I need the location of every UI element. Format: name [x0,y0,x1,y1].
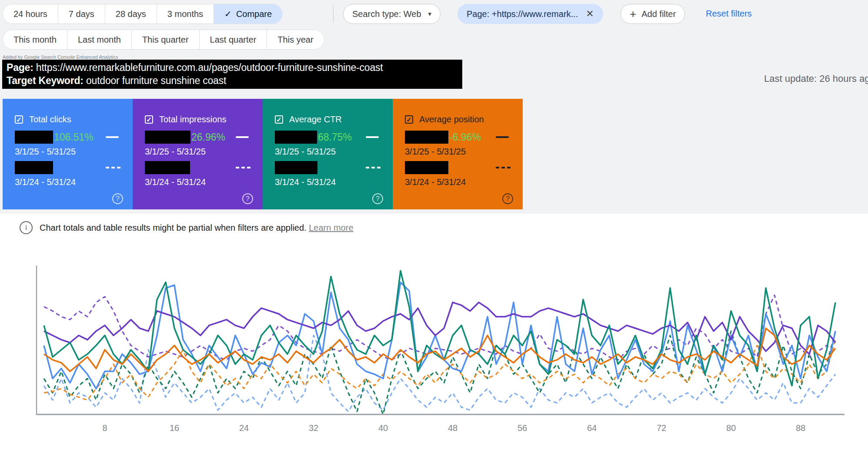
checkbox-checked-icon[interactable]: ✓ [145,115,153,124]
checkmark-icon: ✓ [224,9,232,19]
checkbox-checked-icon[interactable]: ✓ [405,115,413,124]
banner-page-value: https://www.remarkablefurniture.com.au/p… [33,62,383,73]
tab-this-month[interactable]: This month [3,30,67,49]
info-text: Chart totals and table results might be … [40,223,354,233]
svg-text:8: 8 [102,423,107,433]
tab-this-year[interactable]: This year [267,30,324,49]
tab-last-quarter-label: Last quarter [210,35,257,45]
banner-keyword-value: outdoor furniture sunshine coast [83,75,226,86]
card-total-clicks[interactable]: ✓ Total clicks 106.51% 3/1/25 - 5/31/25 … [3,99,133,209]
tab-3-months[interactable]: 3 months [157,4,214,24]
card-title: Total clicks [29,114,71,125]
tab-compare[interactable]: ✓ Compare [214,4,282,24]
redacted-previous-value [145,161,190,174]
banner-page-line: Page: https://www.remarkablefurniture.co… [7,61,458,74]
help-icon[interactable]: ? [112,193,123,204]
current-range: 3/1/25 - 5/31/25 [405,147,466,157]
tab-this-month-label: This month [13,35,57,45]
last-update-text: Last update: 26 hours ago [764,73,868,84]
add-filter-button[interactable]: + Add filter [621,4,685,24]
tab-7-days[interactable]: 7 days [58,4,105,24]
previous-range: 3/1/24 - 5/31/24 [145,177,206,187]
svg-text:48: 48 [448,423,457,433]
card-value-row: 106.51% [15,131,93,144]
plus-icon: + [630,7,636,21]
card-title-row: ✓ Average CTR [275,114,342,125]
previous-period-line-icon [366,167,381,168]
chart-lines [44,271,835,414]
page-keyword-banner: Page: https://www.remarkablefurniture.co… [2,60,462,89]
redacted-previous-value [15,161,53,174]
change-percent: 26.96% [191,131,225,143]
tab-28-days[interactable]: 28 days [105,4,157,24]
svg-text:88: 88 [796,423,805,433]
banner-page-label: Page: [7,62,33,73]
svg-text:80: 80 [726,423,736,433]
help-icon[interactable]: ? [372,193,383,204]
page-filter-chip[interactable]: Page: +https://www.remark... ✕ [457,4,603,24]
performance-chart[interactable]: 816243240485664728088 [0,244,868,451]
card-average-ctr[interactable]: ✓ Average CTR 68.75% 3/1/25 - 5/31/25 3/… [263,99,393,209]
change-percent: 106.51% [54,131,93,143]
checkbox-checked-icon[interactable]: ✓ [15,115,23,124]
change-percent: 68.75% [318,131,352,143]
reset-filters-link[interactable]: Reset filters [706,9,752,19]
series-line [44,282,835,388]
tab-7-days-label: 7 days [69,9,94,19]
tab-last-month[interactable]: Last month [67,30,131,49]
svg-text:40: 40 [378,423,388,433]
redacted-value [275,131,317,144]
card-average-position[interactable]: ✓ Average position -6.96% 3/1/25 - 5/31/… [393,99,523,209]
card-title: Total impressions [159,114,227,125]
current-period-line-icon [106,136,119,138]
card-value-row: -6.96% [405,131,481,144]
close-icon[interactable]: ✕ [586,8,594,20]
card-title-row: ✓ Average position [405,114,484,125]
card-title-row: ✓ Total clicks [15,114,71,125]
current-period-line-icon [236,136,249,138]
info-banner: i Chart totals and table results might b… [20,221,354,234]
redacted-previous-value [405,161,448,174]
tab-last-month-label: Last month [78,35,121,45]
svg-text:32: 32 [309,423,318,433]
x-axis-tick-labels: 816243240485664728088 [102,423,805,433]
help-icon[interactable]: ? [242,193,253,204]
tab-compare-label: Compare [236,9,272,19]
previous-period-line-icon [236,167,250,168]
learn-more-link[interactable]: Learn more [309,223,353,232]
info-text-body: Chart totals and table results might be … [40,223,307,232]
current-period-line-icon [496,136,509,138]
tab-24-hours[interactable]: 24 hours [3,4,58,24]
previous-range: 3/1/24 - 5/31/24 [405,177,466,187]
toolbar-divider [333,5,334,23]
checkbox-checked-icon[interactable]: ✓ [275,115,283,124]
banner-keyword-label: Target Keyword: [7,75,83,86]
previous-period-line-icon [106,167,120,168]
svg-text:64: 64 [587,423,597,433]
card-value-row: 26.96% [145,131,225,144]
current-range: 3/1/25 - 5/31/25 [15,147,76,157]
card-total-impressions[interactable]: ✓ Total impressions 26.96% 3/1/25 - 5/31… [133,99,263,209]
previous-range: 3/1/24 - 5/31/24 [275,177,336,187]
tab-last-quarter[interactable]: Last quarter [199,30,267,49]
tab-24-hours-label: 24 hours [13,9,47,19]
current-period-line-icon [366,136,379,138]
redacted-value [145,131,190,144]
card-value-row: 68.75% [275,131,352,144]
svg-text:24: 24 [239,423,249,433]
quick-range-tabs: This month Last month This quarter Last … [3,30,324,50]
tab-this-quarter-label: This quarter [142,35,189,45]
svg-text:56: 56 [517,423,527,433]
extension-credit-text: Added by Google Search Console Enhanced … [3,54,118,60]
date-range-tabs: 24 hours 7 days 28 days 3 months ✓ Compa… [3,4,283,24]
search-type-dropdown[interactable]: Search type: Web ▾ [343,4,441,24]
search-type-label: Search type: Web [352,9,421,19]
help-icon[interactable]: ? [502,193,513,204]
page-filter-label: Page: +https://www.remark... [467,9,578,19]
redacted-value [15,131,53,144]
chevron-down-icon: ▾ [428,10,432,18]
current-range: 3/1/25 - 5/31/25 [145,147,206,157]
tab-this-quarter[interactable]: This quarter [131,30,199,49]
banner-keyword-line: Target Keyword: outdoor furniture sunshi… [7,74,458,87]
card-title: Average position [419,114,484,125]
